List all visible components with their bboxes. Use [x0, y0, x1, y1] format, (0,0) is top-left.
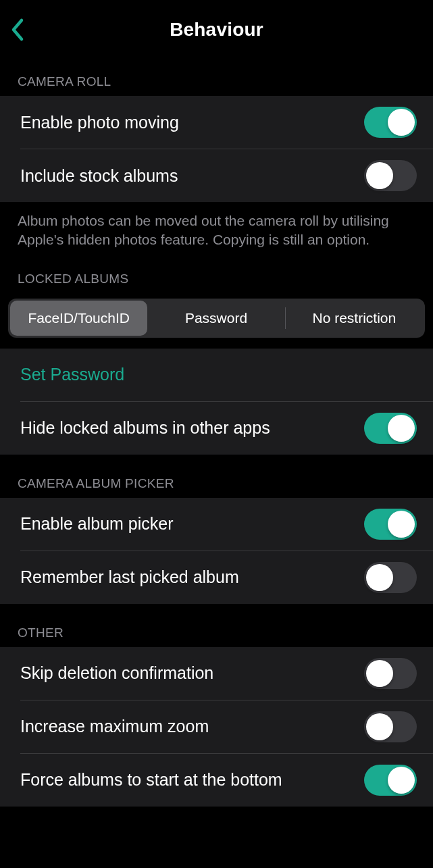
toggle-skip-deletion-confirmation[interactable]: [364, 658, 417, 689]
row-label: Include stock albums: [20, 166, 178, 186]
toggle-remember-last-picked[interactable]: [364, 562, 417, 593]
row-label: Skip deletion confirmation: [20, 663, 213, 683]
row-hide-locked-albums[interactable]: Hide locked albums in other apps: [0, 402, 433, 455]
toggle-hide-locked-albums[interactable]: [364, 413, 417, 444]
row-label: Enable photo moving: [20, 113, 179, 132]
navigation-header: Behaviour: [0, 0, 433, 59]
section-header-locked-albums: LOCKED ALBUMS: [0, 250, 433, 293]
row-set-password[interactable]: Set Password: [0, 349, 433, 401]
segment-password[interactable]: Password: [147, 301, 284, 336]
section-footer-camera-roll: Album photos can be moved out the camera…: [0, 202, 433, 250]
row-remember-last-picked[interactable]: Remember last picked album: [0, 551, 433, 604]
toggle-knob: [388, 511, 415, 538]
toggle-knob: [388, 415, 415, 442]
segmented-lock-method: FaceID/TouchID Password No restriction: [8, 299, 425, 338]
link-set-password: Set Password: [20, 365, 124, 384]
segment-no-restriction[interactable]: No restriction: [286, 301, 423, 336]
toggle-increase-maximum-zoom[interactable]: [364, 711, 417, 742]
toggle-include-stock-albums[interactable]: [364, 160, 417, 191]
row-enable-album-picker[interactable]: Enable album picker: [0, 498, 433, 551]
section-header-camera-roll: CAMERA ROLL: [0, 59, 433, 96]
row-increase-maximum-zoom[interactable]: Increase maximum zoom: [0, 700, 433, 753]
row-label: Increase maximum zoom: [20, 717, 209, 736]
page-title: Behaviour: [0, 19, 433, 41]
toggle-knob: [388, 109, 415, 136]
back-button[interactable]: [9, 18, 24, 42]
row-label: Remember last picked album: [20, 567, 239, 587]
row-label: Enable album picker: [20, 514, 174, 534]
toggle-knob: [366, 713, 393, 740]
divider: [0, 753, 433, 754]
row-force-albums-bottom[interactable]: Force albums to start at the bottom: [0, 754, 433, 807]
toggle-enable-photo-moving[interactable]: [364, 107, 417, 138]
toggle-knob: [366, 564, 393, 591]
divider: [0, 700, 433, 700]
divider: [0, 149, 433, 149]
toggle-enable-album-picker[interactable]: [364, 509, 417, 540]
row-enable-photo-moving[interactable]: Enable photo moving: [0, 96, 433, 149]
row-include-stock-albums[interactable]: Include stock albums: [0, 149, 433, 202]
chevron-left-icon: [9, 18, 24, 42]
section-header-other: OTHER: [0, 604, 433, 647]
section-header-camera-album-picker: CAMERA ALBUM PICKER: [0, 455, 433, 498]
row-skip-deletion-confirmation[interactable]: Skip deletion confirmation: [0, 647, 433, 700]
divider: [0, 401, 433, 402]
segment-faceid-touchid[interactable]: FaceID/TouchID: [10, 301, 147, 336]
row-label: Force albums to start at the bottom: [20, 770, 282, 790]
row-label: Hide locked albums in other apps: [20, 418, 270, 438]
toggle-knob: [366, 162, 393, 189]
divider: [0, 551, 433, 551]
toggle-knob: [388, 767, 415, 794]
toggle-force-albums-bottom[interactable]: [364, 765, 417, 796]
toggle-knob: [366, 660, 393, 687]
